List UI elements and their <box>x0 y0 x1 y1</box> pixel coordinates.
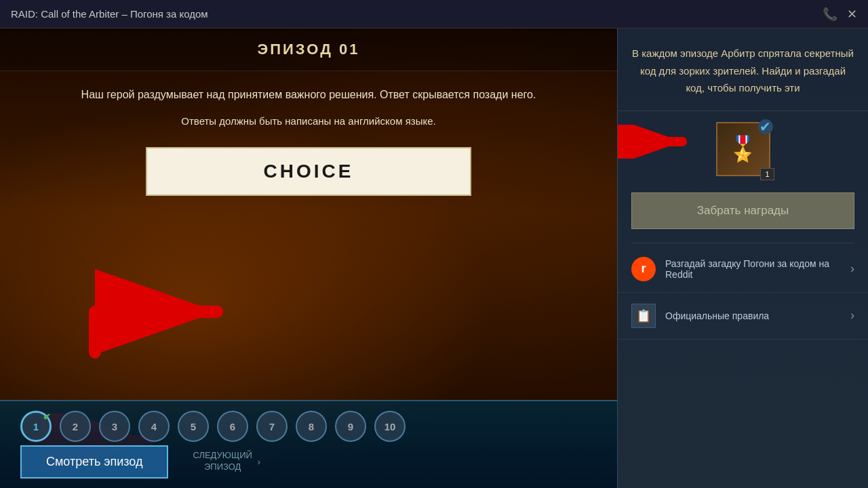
episode-title: ЭПИЗОД 01 <box>12 41 605 58</box>
episode-header: ЭПИЗОД 01 <box>0 28 617 71</box>
bottom-nav: 1 ✔ 2 3 4 5 6 7 8 9 10 Смотреть эпизод С… <box>0 400 617 488</box>
video-panel: ЭПИЗОД 01 Наш герой раздумывает над прин… <box>0 28 617 488</box>
choice-input-box[interactable]: CHOICE <box>146 147 471 196</box>
rules-icon: 📋 <box>631 304 656 328</box>
episode-1-check: ✔ <box>43 411 51 422</box>
choice-container: CHOICE <box>0 140 617 203</box>
rules-link[interactable]: 📋 Официальные правила › <box>618 293 868 340</box>
episode-dot-4[interactable]: 4 <box>138 411 170 442</box>
description-area: Наш герой раздумывает над принятием важн… <box>0 71 617 140</box>
episode-dot-7[interactable]: 7 <box>256 411 288 442</box>
reddit-chevron: › <box>850 262 854 276</box>
divider-1 <box>631 243 854 243</box>
phone-icon[interactable]: 📞 <box>823 7 837 22</box>
reward-count: 1 <box>760 168 774 180</box>
red-arrow-to-reward <box>618 125 699 159</box>
reddit-link-text: Разгадай загадку Погони за кодом на Redd… <box>665 258 841 280</box>
main-container: ЭПИЗОД 01 Наш герой раздумывает над прин… <box>0 28 868 488</box>
right-panel: В каждом эпизоде Арбитр спрятала секретн… <box>617 28 868 488</box>
title-bar-left: RAID: Call of the Arbiter – Погоня за ко… <box>11 8 208 20</box>
reward-container: 🎖️ ✔ 1 <box>618 111 868 187</box>
episode-dot-8[interactable]: 8 <box>296 411 327 442</box>
episode-dot-2[interactable]: 2 <box>60 411 91 442</box>
description-sub: Ответы должны быть написаны на английско… <box>27 113 590 129</box>
title-bar: RAID: Call of the Arbiter – Погоня за ко… <box>0 0 868 28</box>
reddit-icon: r <box>631 257 656 281</box>
next-episode-label: СЛЕДУЮЩИЙЭПИЗОД <box>193 450 252 473</box>
claim-rewards-button[interactable]: Забрать награды <box>631 192 854 229</box>
reward-item: 🎖️ ✔ 1 <box>716 122 770 176</box>
reward-icon: 🎖️ <box>728 135 758 163</box>
close-icon[interactable]: ✕ <box>847 7 857 22</box>
episode-dot-1[interactable]: 1 ✔ <box>20 411 52 442</box>
rules-chevron: › <box>850 308 854 323</box>
title-bar-icons: 📞 ✕ <box>823 7 857 22</box>
reward-checkmark: ✔ <box>758 119 773 134</box>
next-episode-button[interactable]: СЛЕДУЮЩИЙЭПИЗОД › <box>182 445 271 479</box>
next-chevron: › <box>258 457 260 467</box>
rules-link-text: Официальные правила <box>665 310 769 321</box>
episode-dot-10[interactable]: 10 <box>374 411 406 442</box>
watch-episode-button[interactable]: Смотреть эпизод <box>20 445 168 479</box>
episode-dots: 1 ✔ 2 3 4 5 6 7 8 9 10 <box>14 411 604 442</box>
episode-dot-5[interactable]: 5 <box>178 411 209 442</box>
reddit-link[interactable]: r Разгадай загадку Погони за кодом на Re… <box>618 246 868 293</box>
episode-dot-9[interactable]: 9 <box>335 411 366 442</box>
description-main: Наш герой раздумывает над принятием важн… <box>27 86 590 104</box>
bottom-buttons: Смотреть эпизод СЛЕДУЮЩИЙЭПИЗОД › <box>14 445 604 479</box>
episode-dot-3[interactable]: 3 <box>99 411 130 442</box>
right-panel-description: В каждом эпизоде Арбитр спрятала секретн… <box>618 28 868 111</box>
episode-dot-6[interactable]: 6 <box>217 411 248 442</box>
title-text: RAID: Call of the Arbiter – Погоня за ко… <box>11 8 208 20</box>
